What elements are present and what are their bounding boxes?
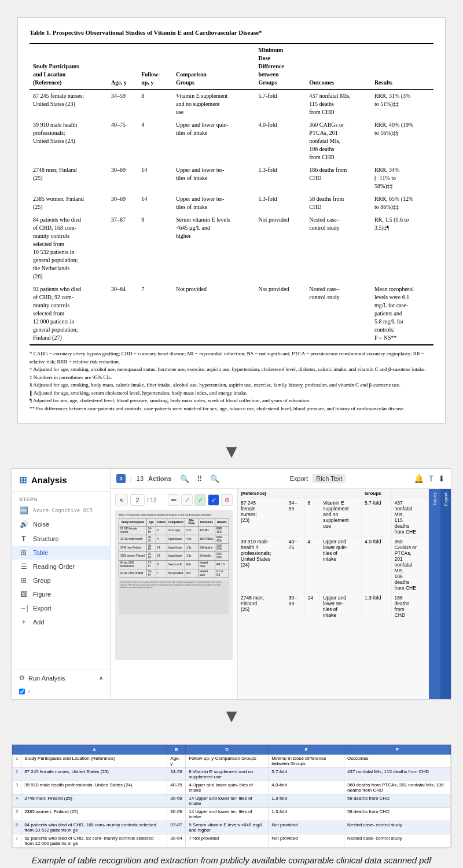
run-analysis-button[interactable]: ⚙ Run Analysis ∧ <box>12 669 110 686</box>
col-e-header: E <box>269 745 344 755</box>
rich-text-badge[interactable]: Rich Text <box>313 474 346 483</box>
export-label: Export <box>33 605 52 612</box>
col-f-cell: Nested case- control study <box>344 821 450 834</box>
analysis-content: < / 13 ✏ ✓ ✓ ✓ ⊘ Table I. Prospective Ob… <box>111 489 451 699</box>
col-followup-header <box>304 489 320 498</box>
col-age-header <box>285 489 304 498</box>
doc-preview-toolbar: < / 13 ✏ ✓ ✓ ✓ ⊘ <box>115 494 233 506</box>
col-a-cell: 87 245 female nurses; United States (23) <box>21 768 167 781</box>
results-row: 87 245femalenurses;(23) 34–59 8 Vitamin … <box>238 498 429 537</box>
cell-comparison: Not provided <box>172 283 255 345</box>
cell-outcomes: 437 nonfatal MIs,115 deathsfrom CHD <box>306 90 371 119</box>
analysis-title: Analysis <box>31 475 67 485</box>
cell-out: 360CABGs orPTCAs,201nonfatalMIs,106death… <box>391 537 428 593</box>
cell-dose: 4.0-fold <box>362 537 392 593</box>
page-input[interactable] <box>130 494 145 506</box>
col-header-participants: Study Participantsand Location(Reference… <box>30 43 108 90</box>
table-icon: ⊞ <box>19 549 28 557</box>
sidebar-item-figure[interactable]: 🖼 Figure <box>12 587 110 601</box>
col-f-cell: 360 deaths from PTCAs, 201 nonfatal MIs,… <box>344 781 450 795</box>
col-header-results: Results <box>371 43 433 90</box>
sidebar-item-table[interactable]: ⊞ Table <box>12 546 110 560</box>
col-a-cell: 84 patients who died of CHD, 168 com- mu… <box>21 821 167 834</box>
cell-age: 30–69 <box>108 164 138 193</box>
cell-comparison: Vitamin E supplementand no supplementuse <box>172 90 255 119</box>
col-a-cell: 92 patients who died of CHD, 92 com- mun… <box>21 834 167 848</box>
edit-button[interactable]: ✏ <box>168 494 179 506</box>
cell-followup: 9 <box>138 214 172 283</box>
col-b-cell: 40-75 <box>167 781 186 795</box>
zoom-button[interactable]: 🔍 <box>208 472 221 485</box>
check2-button[interactable]: ✓ <box>194 494 206 506</box>
col-e-cell: Not provided <box>269 834 344 848</box>
table-row: 87 245 female nurses;United States (23) … <box>30 90 433 119</box>
table-row: 84 patients who diedof CHD, 168 com-muni… <box>30 214 433 283</box>
cell-outcomes: Nested case–control study <box>306 214 371 283</box>
page-label: / 13 <box>147 497 157 503</box>
figure-label: Figure <box>33 591 51 598</box>
row-num-cell: 2 <box>13 768 21 781</box>
check-button[interactable]: ✓ <box>181 494 193 506</box>
cell-age: 40–75 <box>285 537 304 593</box>
settings-icon[interactable]: T <box>428 474 433 483</box>
notification-icon[interactable]: 🔔 <box>414 474 424 483</box>
cell-dose: 4.0-fold <box>255 119 306 164</box>
cell-dose: 5.7-fold <box>255 90 306 119</box>
arrow-down-1: ▼ <box>0 435 463 468</box>
sidebar-item-ocr[interactable]: 🔤 Azure Cognitive OCR <box>12 503 110 517</box>
section-data-table: A B D E F 1 Study Participants and Locat… <box>12 744 451 848</box>
step-total: 13 <box>137 475 144 482</box>
col-e-cell: 1.3-fold <box>269 795 344 808</box>
cell-age: 40–75 <box>108 119 138 164</box>
cell-results: RRR, 40% (19%to 56%)‡§ <box>371 119 433 164</box>
sidebar-item-group[interactable]: ⊞ Group <box>12 573 110 587</box>
cell-participants: 92 patients who diedof CHD, 92 com-munit… <box>30 283 108 345</box>
sidebar-item-export[interactable]: →| Export <box>12 601 110 615</box>
cell-dose: 5.7-fold <box>362 498 392 537</box>
cell-participants: 2385 women; Finland(25) <box>30 193 108 214</box>
results-table: (Reference) Groups 87 245femalenurses;(2… <box>238 489 429 620</box>
col-d-cell: Follow-up, y Comparison Groups <box>186 755 269 768</box>
sidebar-item-add[interactable]: + Add <box>12 615 110 629</box>
ocr-icon: 🔤 <box>19 506 28 514</box>
cell-comparison: Upper and lower ter-tiles of intake <box>172 193 255 214</box>
actions-label: Actions <box>148 475 171 482</box>
export-tab[interactable]: Export <box>443 492 449 506</box>
row-num-cell: 3 <box>13 781 21 795</box>
group-icon: ⊞ <box>19 576 28 584</box>
dots-button[interactable]: ⠿ <box>193 472 206 485</box>
data-table-row: 4 2748 men; Finland (25) 30-69 14 Upper … <box>13 795 451 808</box>
results-scroll-area[interactable]: (Reference) Groups 87 245femalenurses;(2… <box>238 489 429 699</box>
checkwf-button[interactable]: ✓ <box>208 494 219 506</box>
sidebar-item-noise[interactable]: 🔊 Noise <box>12 517 110 531</box>
download-icon[interactable]: ⬇ <box>438 474 445 483</box>
table-row: 2748 men; Finland(25) 30–69 14 Upper and… <box>30 164 433 193</box>
doc-preview-actions: ✏ ✓ ✓ ✓ ⊘ <box>168 494 233 506</box>
col-b-cell: 30-69 <box>167 808 186 821</box>
cell-results: RRR, 31% (3%to 51%)‡‡ <box>371 90 433 119</box>
tables-tab[interactable]: Tables <box>432 492 438 506</box>
search-button[interactable]: 🔍 <box>178 472 191 485</box>
export-tab-panel: Export <box>440 489 451 699</box>
table-row: 2385 women; Finland(25) 30–69 14 Upper a… <box>30 193 433 214</box>
results-header-row: (Reference) Groups <box>238 489 429 498</box>
sidebar-item-reading-order[interactable]: ☰ Reading Order <box>12 560 110 573</box>
step-separator: / <box>130 476 132 482</box>
cell-ref: 39 910 malehealth ⚕professionals;United … <box>238 537 285 593</box>
block-button[interactable]: ⊘ <box>221 494 233 506</box>
sidebar-check-input[interactable] <box>19 689 25 694</box>
col-rownum <box>13 745 21 755</box>
export-text: Export <box>289 475 308 482</box>
col-d-cell: 8 Vitamin E supplement and no supplement… <box>186 768 269 781</box>
prev-page-button[interactable]: < <box>115 494 128 506</box>
col-d-cell: 7 Not provided <box>186 834 269 848</box>
cell-comp: Vitamin Esupplementand nosupplementuse <box>320 498 362 537</box>
table-row: 92 patients who diedof CHD, 92 com-munit… <box>30 283 433 345</box>
add-icon: + <box>19 618 28 626</box>
col-a-cell: 2385 women; Finland (25) <box>21 808 167 821</box>
sidebar-item-structure[interactable]: T Structure <box>12 531 110 546</box>
cell-followup: 14 <box>138 164 172 193</box>
cell-dose: 1.3-fold <box>255 193 306 214</box>
cell-followup: 14 <box>138 193 172 214</box>
cell-results: RR, 1.5 (0.6 to3.5)‡¶ <box>371 214 433 283</box>
